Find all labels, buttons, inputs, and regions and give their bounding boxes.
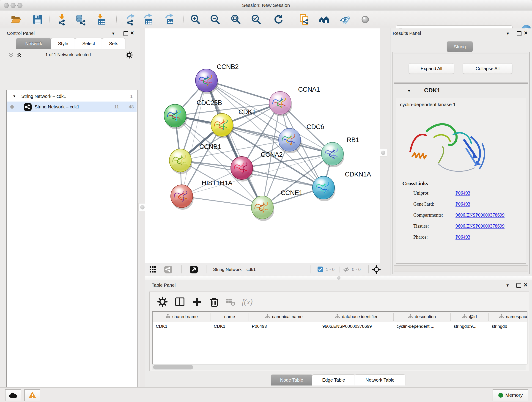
gear-icon[interactable] xyxy=(126,51,133,59)
left-splitter-knob[interactable] xyxy=(138,203,146,211)
node-label: CCNA2 xyxy=(261,151,283,158)
delete-table-button[interactable] xyxy=(224,295,237,308)
float-panel-icon[interactable]: ▼ xyxy=(506,283,510,288)
tab-edge-table[interactable]: Edge Table xyxy=(312,375,355,385)
zoom-in-button[interactable] xyxy=(189,13,202,26)
float-panel-icon[interactable]: ▼ xyxy=(506,31,510,37)
scrollbar-thumb[interactable] xyxy=(153,365,193,370)
crosslink-link[interactable]: 9606.ENSP00000378699 xyxy=(456,210,505,220)
close-panel-icon[interactable]: × xyxy=(524,282,527,288)
tab-style[interactable]: Style xyxy=(51,38,75,49)
duplicate-network-button[interactable] xyxy=(298,13,311,26)
title-bar: Session: New Session xyxy=(0,0,532,11)
table-cell[interactable]: cyclin-dependent ... xyxy=(393,322,450,331)
network-edge[interactable] xyxy=(182,196,262,207)
tab-string[interactable]: String xyxy=(447,41,473,52)
right-splitter-knob[interactable] xyxy=(379,149,387,157)
first-neighbors-button[interactable] xyxy=(318,13,331,26)
results-scrollbar[interactable] xyxy=(394,265,528,272)
birds-eye-view-icon[interactable] xyxy=(190,265,198,274)
column-header[interactable]: description xyxy=(393,312,450,322)
delete-column-button[interactable] xyxy=(208,295,221,308)
network-node[interactable]: CCNB2 xyxy=(196,63,239,94)
import-network-file-button[interactable] xyxy=(55,13,68,26)
network-canvas[interactable]: CCNB2CCNA1CDC25BCDK1CDC6RB1CCNB1CCNA2CDK… xyxy=(145,28,380,263)
network-row-selected[interactable]: String Network – cdk1 11 48 xyxy=(7,102,137,112)
maximize-panel-icon[interactable] xyxy=(517,31,521,36)
window-title: Session: New Session xyxy=(0,0,532,11)
table-cell[interactable]: 9606.ENSP00000378699 xyxy=(319,322,393,331)
table-row[interactable]: CDK1CDK1P064939606.ENSP00000378699cyclin… xyxy=(152,322,527,331)
column-header[interactable]: canonical name xyxy=(249,312,319,322)
network-collection-row[interactable]: ▼ String Network – cdk1 1 xyxy=(7,91,137,102)
zoom-selected-button[interactable] xyxy=(250,13,263,26)
memory-button[interactable]: Memory xyxy=(493,389,528,401)
tree-expander-icon[interactable]: ▼ xyxy=(13,94,16,98)
network-node[interactable]: RB1 xyxy=(322,136,359,167)
network-node[interactable]: CDKN1A xyxy=(312,171,371,201)
tab-sets[interactable]: Sets xyxy=(102,38,125,49)
cloud-button[interactable] xyxy=(5,389,21,401)
warnings-button[interactable] xyxy=(24,389,40,401)
section-expander-icon[interactable]: ▼ xyxy=(407,89,411,93)
import-table-button[interactable] xyxy=(94,13,107,26)
table-cell[interactable]: CDK1 xyxy=(210,322,249,331)
crosslink-link[interactable]: P06493 xyxy=(456,231,470,242)
table-settings-button[interactable] xyxy=(156,295,169,308)
hidden-eye-icon[interactable] xyxy=(343,266,350,273)
import-network-database-button[interactable] xyxy=(74,13,87,26)
float-panel-icon[interactable]: ▼ xyxy=(111,31,115,37)
network-node[interactable]: CCNA1 xyxy=(269,86,320,116)
network-edge[interactable] xyxy=(182,80,206,196)
column-header[interactable]: database identifier xyxy=(319,312,393,322)
grid-view-icon[interactable] xyxy=(149,266,156,273)
zoom-out-button[interactable] xyxy=(209,13,222,26)
table-hscrollbar[interactable] xyxy=(152,364,526,370)
export-network-button[interactable] xyxy=(124,13,137,26)
network-view-icon[interactable] xyxy=(164,265,172,274)
column-header[interactable]: shared name xyxy=(152,312,210,322)
selected-checkbox-icon[interactable] xyxy=(317,267,323,272)
collapse-all-button[interactable]: Collapse All xyxy=(463,63,512,74)
close-panel-icon[interactable]: × xyxy=(524,30,528,36)
open-session-button[interactable] xyxy=(10,13,22,26)
column-header[interactable]: namespace xyxy=(488,312,527,322)
export-image-button[interactable] xyxy=(163,13,176,26)
table-cell[interactable]: stringdb:9... xyxy=(450,322,488,331)
show-columns-button[interactable] xyxy=(173,295,186,308)
zoom-out-icon xyxy=(209,13,221,26)
network-node[interactable]: CCNE1 xyxy=(251,189,302,221)
create-column-button[interactable] xyxy=(190,295,203,308)
column-header[interactable]: @id xyxy=(450,312,488,322)
export-table-button[interactable] xyxy=(142,13,155,26)
table-cell[interactable]: P06493 xyxy=(249,322,319,331)
hide-selected-button[interactable] xyxy=(339,13,351,26)
close-panel-icon[interactable]: × xyxy=(130,30,134,36)
crosslink-link[interactable]: P06493 xyxy=(456,198,470,210)
save-session-button[interactable] xyxy=(31,13,44,26)
zoom-fit-button[interactable] xyxy=(229,13,242,26)
fit-selected-crosshair-icon[interactable] xyxy=(372,265,381,274)
crosslink-link[interactable]: P06493 xyxy=(456,187,470,198)
splitter-knob[interactable] xyxy=(337,276,341,280)
column-header[interactable]: name xyxy=(210,312,249,322)
protein-structure-image xyxy=(406,115,494,184)
network-node[interactable]: HIST1H1A xyxy=(171,179,233,210)
separator xyxy=(181,265,182,274)
expand-all-button[interactable]: Expand All xyxy=(409,63,454,74)
columns-icon xyxy=(175,297,185,307)
table-cell[interactable]: stringdb xyxy=(488,322,527,331)
tab-select[interactable]: Select xyxy=(75,38,102,49)
tab-network-table[interactable]: Network Table xyxy=(355,375,405,385)
function-builder-button[interactable]: f(x) xyxy=(241,295,254,308)
tab-node-table[interactable]: Node Table xyxy=(271,375,312,385)
horizontal-splitter[interactable] xyxy=(145,275,532,281)
table-cell[interactable]: CDK1 xyxy=(152,322,210,331)
tab-network[interactable]: Network xyxy=(16,38,51,49)
graphics-detail-button[interactable] xyxy=(359,13,372,26)
window-status-bar: Memory xyxy=(0,387,532,402)
maximize-panel-icon[interactable] xyxy=(123,31,128,36)
crosslink-link[interactable]: 9606.ENSP00000378699 xyxy=(456,220,505,231)
refresh-layout-button[interactable] xyxy=(272,13,285,26)
maximize-panel-icon[interactable] xyxy=(516,283,521,288)
